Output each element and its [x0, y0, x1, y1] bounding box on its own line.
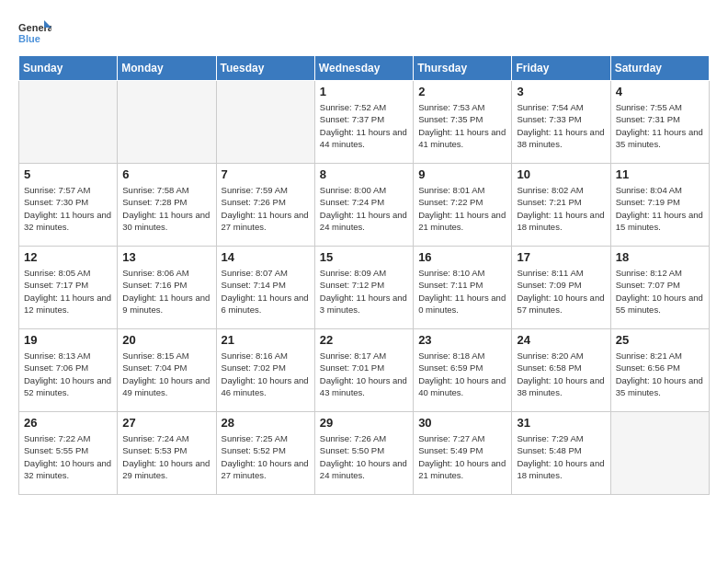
- calendar-cell: 13Sunrise: 8:06 AMSunset: 7:16 PMDayligh…: [118, 247, 216, 329]
- day-number: 3: [517, 85, 605, 98]
- day-number: 20: [122, 333, 210, 347]
- calendar-cell: [118, 81, 216, 164]
- day-info: Sunrise: 8:02 AMSunset: 7:21 PMDaylight:…: [517, 184, 605, 233]
- day-header-tuesday: Tuesday: [216, 56, 314, 81]
- calendar-cell: 5Sunrise: 7:57 AMSunset: 7:30 PMDaylight…: [19, 164, 118, 247]
- day-header-friday: Friday: [512, 56, 610, 81]
- day-info: Sunrise: 7:26 AMSunset: 5:50 PMDaylight:…: [320, 432, 408, 481]
- day-number: 30: [418, 416, 506, 430]
- calendar-cell: 1Sunrise: 7:52 AMSunset: 7:37 PMDaylight…: [314, 81, 413, 164]
- day-number: 18: [616, 250, 704, 264]
- day-number: 5: [24, 167, 112, 181]
- day-number: 25: [616, 333, 704, 347]
- day-number: 12: [24, 250, 112, 264]
- day-number: 1: [320, 85, 408, 98]
- day-number: 10: [517, 167, 605, 181]
- calendar-cell: 3Sunrise: 7:54 AMSunset: 7:33 PMDaylight…: [512, 81, 610, 164]
- calendar-cell: 28Sunrise: 7:25 AMSunset: 5:52 PMDayligh…: [216, 412, 314, 495]
- calendar-cell: 25Sunrise: 8:21 AMSunset: 6:56 PMDayligh…: [610, 329, 709, 412]
- day-number: 23: [418, 333, 506, 347]
- day-number: 24: [517, 333, 605, 347]
- day-number: 13: [122, 250, 210, 264]
- calendar-cell: 21Sunrise: 8:16 AMSunset: 7:02 PMDayligh…: [216, 329, 314, 412]
- day-number: 16: [418, 250, 506, 264]
- day-info: Sunrise: 7:25 AMSunset: 5:52 PMDaylight:…: [222, 432, 310, 481]
- day-number: 21: [222, 333, 310, 347]
- day-number: 11: [616, 167, 704, 181]
- day-info: Sunrise: 7:57 AMSunset: 7:30 PMDaylight:…: [24, 184, 112, 233]
- day-info: Sunrise: 7:53 AMSunset: 7:35 PMDaylight:…: [418, 101, 506, 150]
- logo: General Blue: [18, 18, 51, 46]
- day-info: Sunrise: 7:59 AMSunset: 7:26 PMDaylight:…: [222, 184, 310, 233]
- day-info: Sunrise: 7:52 AMSunset: 7:37 PMDaylight:…: [320, 101, 408, 150]
- day-number: 31: [517, 416, 605, 430]
- day-number: 27: [122, 416, 210, 430]
- day-number: 6: [122, 167, 210, 181]
- calendar-cell: [216, 81, 314, 164]
- day-info: Sunrise: 7:54 AMSunset: 7:33 PMDaylight:…: [517, 101, 605, 150]
- calendar-cell: 27Sunrise: 7:24 AMSunset: 5:53 PMDayligh…: [118, 412, 216, 495]
- day-info: Sunrise: 8:05 AMSunset: 7:17 PMDaylight:…: [24, 267, 112, 316]
- day-number: 22: [320, 333, 408, 347]
- day-info: Sunrise: 8:20 AMSunset: 6:58 PMDaylight:…: [517, 350, 605, 398]
- calendar-cell: 16Sunrise: 8:10 AMSunset: 7:11 PMDayligh…: [414, 247, 512, 329]
- calendar-cell: 18Sunrise: 8:12 AMSunset: 7:07 PMDayligh…: [610, 247, 709, 329]
- day-info: Sunrise: 8:16 AMSunset: 7:02 PMDaylight:…: [222, 350, 310, 398]
- calendar-cell: 9Sunrise: 8:01 AMSunset: 7:22 PMDaylight…: [414, 164, 512, 247]
- calendar-cell: 29Sunrise: 7:26 AMSunset: 5:50 PMDayligh…: [314, 412, 413, 495]
- calendar-week-row: 19Sunrise: 8:13 AMSunset: 7:06 PMDayligh…: [19, 329, 710, 412]
- calendar-table: SundayMondayTuesdayWednesdayThursdayFrid…: [18, 55, 710, 495]
- day-info: Sunrise: 8:07 AMSunset: 7:14 PMDaylight:…: [222, 267, 310, 316]
- calendar-cell: 24Sunrise: 8:20 AMSunset: 6:58 PMDayligh…: [512, 329, 610, 412]
- calendar-cell: 30Sunrise: 7:27 AMSunset: 5:49 PMDayligh…: [414, 412, 512, 495]
- calendar-cell: 7Sunrise: 7:59 AMSunset: 7:26 PMDaylight…: [216, 164, 314, 247]
- day-info: Sunrise: 8:15 AMSunset: 7:04 PMDaylight:…: [122, 350, 210, 398]
- day-info: Sunrise: 7:29 AMSunset: 5:48 PMDaylight:…: [517, 432, 605, 481]
- day-info: Sunrise: 8:11 AMSunset: 7:09 PMDaylight:…: [517, 267, 605, 316]
- day-info: Sunrise: 8:04 AMSunset: 7:19 PMDaylight:…: [616, 184, 704, 233]
- calendar-cell: 10Sunrise: 8:02 AMSunset: 7:21 PMDayligh…: [512, 164, 610, 247]
- calendar-week-row: 5Sunrise: 7:57 AMSunset: 7:30 PMDaylight…: [19, 164, 710, 247]
- day-header-monday: Monday: [118, 56, 216, 81]
- calendar-cell: 31Sunrise: 7:29 AMSunset: 5:48 PMDayligh…: [512, 412, 610, 495]
- day-number: 8: [320, 167, 408, 181]
- day-info: Sunrise: 8:17 AMSunset: 7:01 PMDaylight:…: [320, 350, 408, 398]
- day-info: Sunrise: 8:12 AMSunset: 7:07 PMDaylight:…: [616, 267, 704, 316]
- day-number: 19: [24, 333, 112, 347]
- day-number: 7: [222, 167, 310, 181]
- calendar-cell: 15Sunrise: 8:09 AMSunset: 7:12 PMDayligh…: [314, 247, 413, 329]
- day-number: 17: [517, 250, 605, 264]
- day-info: Sunrise: 7:55 AMSunset: 7:31 PMDaylight:…: [616, 101, 704, 150]
- day-number: 26: [24, 416, 112, 430]
- day-header-saturday: Saturday: [610, 56, 709, 81]
- calendar-cell: 26Sunrise: 7:22 AMSunset: 5:55 PMDayligh…: [19, 412, 118, 495]
- calendar-cell: 4Sunrise: 7:55 AMSunset: 7:31 PMDaylight…: [610, 81, 709, 164]
- day-info: Sunrise: 8:09 AMSunset: 7:12 PMDaylight:…: [320, 267, 408, 316]
- calendar-cell: 22Sunrise: 8:17 AMSunset: 7:01 PMDayligh…: [314, 329, 413, 412]
- day-number: 15: [320, 250, 408, 264]
- calendar-week-row: 1Sunrise: 7:52 AMSunset: 7:37 PMDaylight…: [19, 81, 710, 164]
- day-info: Sunrise: 7:22 AMSunset: 5:55 PMDaylight:…: [24, 432, 112, 481]
- calendar-week-row: 12Sunrise: 8:05 AMSunset: 7:17 PMDayligh…: [19, 247, 710, 329]
- svg-text:Blue: Blue: [18, 33, 40, 44]
- day-info: Sunrise: 8:06 AMSunset: 7:16 PMDaylight:…: [122, 267, 210, 316]
- calendar-cell: 2Sunrise: 7:53 AMSunset: 7:35 PMDaylight…: [414, 81, 512, 164]
- calendar-cell: 8Sunrise: 8:00 AMSunset: 7:24 PMDaylight…: [314, 164, 413, 247]
- calendar-cell: 12Sunrise: 8:05 AMSunset: 7:17 PMDayligh…: [19, 247, 118, 329]
- day-info: Sunrise: 8:01 AMSunset: 7:22 PMDaylight:…: [418, 184, 506, 233]
- day-info: Sunrise: 8:18 AMSunset: 6:59 PMDaylight:…: [418, 350, 506, 398]
- logo-icon: General Blue: [18, 18, 51, 46]
- day-info: Sunrise: 8:10 AMSunset: 7:11 PMDaylight:…: [418, 267, 506, 316]
- day-info: Sunrise: 7:27 AMSunset: 5:49 PMDaylight:…: [418, 432, 506, 481]
- calendar-cell: 20Sunrise: 8:15 AMSunset: 7:04 PMDayligh…: [118, 329, 216, 412]
- calendar-week-row: 26Sunrise: 7:22 AMSunset: 5:55 PMDayligh…: [19, 412, 710, 495]
- day-number: 2: [418, 85, 506, 98]
- day-number: 28: [222, 416, 310, 430]
- calendar-header-row: SundayMondayTuesdayWednesdayThursdayFrid…: [19, 56, 710, 81]
- calendar-cell: [610, 412, 709, 495]
- day-info: Sunrise: 8:13 AMSunset: 7:06 PMDaylight:…: [24, 350, 112, 398]
- day-header-sunday: Sunday: [19, 56, 118, 81]
- calendar-cell: [19, 81, 118, 164]
- calendar-cell: 23Sunrise: 8:18 AMSunset: 6:59 PMDayligh…: [414, 329, 512, 412]
- calendar-cell: 14Sunrise: 8:07 AMSunset: 7:14 PMDayligh…: [216, 247, 314, 329]
